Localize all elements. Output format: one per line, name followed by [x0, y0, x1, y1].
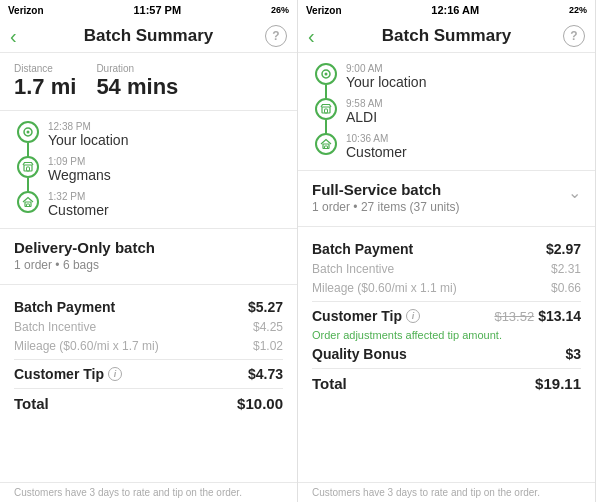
- left-timeline-time-2: 1:32 PM: [48, 191, 109, 202]
- right-timeline: 9:00 AM Your location 9:58 AM ALDI: [298, 53, 595, 171]
- left-incentive-value: $4.25: [253, 320, 283, 334]
- left-batch-payment-label: Batch Payment: [14, 299, 115, 315]
- right-quality-bonus-row: Quality Bonus $3: [312, 346, 581, 362]
- right-timeline-content-0: 9:00 AM Your location: [346, 63, 426, 90]
- left-timeline-content-0: 12:38 PM Your location: [48, 121, 128, 148]
- left-distance-label: Distance: [14, 63, 76, 74]
- right-help-button[interactable]: ?: [563, 25, 585, 47]
- right-payment-section: Batch Payment $2.97 Batch Incentive $2.3…: [298, 233, 595, 482]
- right-timeline-time-1: 9:58 AM: [346, 98, 383, 109]
- svg-point-1: [27, 131, 30, 134]
- left-duration-label: Duration: [96, 63, 178, 74]
- right-timeline-content-1: 9:58 AM ALDI: [346, 98, 383, 125]
- right-total-row: Total $19.11: [312, 375, 581, 392]
- left-batch-payment-row: Batch Payment $5.27: [14, 299, 283, 315]
- left-timeline-icon-col-2: [14, 191, 42, 213]
- right-timeline-label-0: Your location: [346, 74, 426, 90]
- right-mileage-label: Mileage ($0.60/mi x 1.1 mi): [312, 281, 457, 295]
- right-tip-label-wrap: Customer Tip i: [312, 308, 420, 324]
- right-divider-3: [312, 368, 581, 369]
- left-status-bar: Verizon 11:57 PM 26%: [0, 0, 297, 20]
- right-adjustment-note: Order adjustments affected tip amount.: [312, 329, 581, 341]
- left-footer-note: Customers have 3 days to rate and tip on…: [0, 482, 297, 502]
- right-divider-1: [298, 226, 595, 227]
- right-battery: 22%: [569, 5, 587, 15]
- svg-point-7: [325, 73, 328, 76]
- left-batch-type-title: Delivery-Only batch: [14, 239, 283, 256]
- left-divider-2: [14, 359, 283, 360]
- left-distance-value: 1.7 mi: [14, 74, 76, 100]
- left-timeline-item-1: 1:09 PM Wegmans: [14, 156, 283, 183]
- left-duration-metric: Duration 54 mins: [96, 63, 178, 100]
- right-tip-value-new: $13.14: [538, 308, 581, 324]
- left-mileage-label: Mileage ($0.60/mi x 1.7 mi): [14, 339, 159, 353]
- left-header-title: Batch Summary: [84, 26, 213, 46]
- right-timeline-time-0: 9:00 AM: [346, 63, 426, 74]
- left-total-value: $10.00: [237, 395, 283, 412]
- svg-rect-5: [27, 204, 30, 207]
- left-location-icon-0: [17, 121, 39, 143]
- right-timeline-icon-col-0: [312, 63, 340, 85]
- right-status-bar: Verizon 12:16 AM 22%: [298, 0, 595, 20]
- left-back-button[interactable]: ‹: [10, 25, 17, 48]
- left-tip-label-wrap: Customer Tip i: [14, 366, 122, 382]
- left-help-button[interactable]: ?: [265, 25, 287, 47]
- left-tip-info-icon[interactable]: i: [108, 367, 122, 381]
- left-tip-label: Customer Tip: [14, 366, 104, 382]
- right-batch-payment-row: Batch Payment $2.97: [312, 241, 581, 257]
- right-carrier: Verizon: [306, 5, 342, 16]
- right-batch-type-text: Full-Service batch 1 order • 27 items (3…: [312, 181, 460, 214]
- right-quality-bonus-value: $3: [565, 346, 581, 362]
- left-metrics-row: Distance 1.7 mi Duration 54 mins: [0, 53, 297, 111]
- right-tip-info-icon[interactable]: i: [406, 309, 420, 323]
- svg-rect-8: [322, 107, 330, 113]
- right-batch-chevron-icon[interactable]: ⌄: [568, 183, 581, 202]
- left-timeline-icon-col-0: [14, 121, 42, 143]
- right-batch-type-subtitle: 1 order • 27 items (37 units): [312, 200, 460, 214]
- left-battery: 26%: [271, 5, 289, 15]
- left-incentive-label: Batch Incentive: [14, 320, 96, 334]
- svg-rect-3: [27, 167, 30, 171]
- right-timeline-label-1: ALDI: [346, 109, 383, 125]
- left-timeline-label-2: Customer: [48, 202, 109, 218]
- right-footer-note: Customers have 3 days to rate and tip on…: [298, 482, 595, 502]
- left-duration-value: 54 mins: [96, 74, 178, 100]
- left-panel: Verizon 11:57 PM 26% ‹ Batch Summary ? D…: [0, 0, 298, 502]
- left-batch-type: Delivery-Only batch 1 order • 6 bags: [0, 229, 297, 278]
- right-timeline-item-1: 9:58 AM ALDI: [312, 98, 581, 125]
- left-batch-type-subtitle: 1 order • 6 bags: [14, 258, 283, 272]
- left-timeline-content-1: 1:09 PM Wegmans: [48, 156, 111, 183]
- left-incentive-row: Batch Incentive $4.25: [14, 320, 283, 334]
- right-store-icon-1: [315, 98, 337, 120]
- right-incentive-row: Batch Incentive $2.31: [312, 262, 581, 276]
- right-timeline-item-0: 9:00 AM Your location: [312, 63, 581, 90]
- right-tip-row: Customer Tip i $13.52 $13.14: [312, 308, 581, 324]
- right-batch-type: Full-Service batch 1 order • 27 items (3…: [298, 171, 595, 220]
- right-timeline-label-2: Customer: [346, 144, 407, 160]
- right-tip-label: Customer Tip: [312, 308, 402, 324]
- left-timeline-item-2: 1:32 PM Customer: [14, 191, 283, 218]
- right-home-icon-2: [315, 133, 337, 155]
- right-timeline-content-2: 10:36 AM Customer: [346, 133, 407, 160]
- left-time: 11:57 PM: [133, 4, 181, 16]
- left-distance-metric: Distance 1.7 mi: [14, 63, 76, 100]
- left-header: ‹ Batch Summary ?: [0, 20, 297, 53]
- right-tip-strikethrough: $13.52: [494, 309, 534, 324]
- right-mileage-value: $0.66: [551, 281, 581, 295]
- right-total-label: Total: [312, 375, 347, 392]
- right-batch-payment-label: Batch Payment: [312, 241, 413, 257]
- right-tip-values-wrap: $13.52 $13.14: [494, 308, 581, 324]
- right-header-title: Batch Summary: [382, 26, 511, 46]
- right-quality-bonus-label: Quality Bonus: [312, 346, 407, 362]
- left-timeline-label-1: Wegmans: [48, 167, 111, 183]
- right-batch-type-title: Full-Service batch: [312, 181, 460, 198]
- left-tip-value: $4.73: [248, 366, 283, 382]
- left-divider-3: [14, 388, 283, 389]
- left-timeline-label-0: Your location: [48, 132, 128, 148]
- left-payment-section: Batch Payment $5.27 Batch Incentive $4.2…: [0, 291, 297, 482]
- right-time: 12:16 AM: [431, 4, 479, 16]
- right-timeline-icon-col-2: [312, 133, 340, 155]
- right-back-button[interactable]: ‹: [308, 25, 315, 48]
- left-batch-payment-value: $5.27: [248, 299, 283, 315]
- left-mileage-value: $1.02: [253, 339, 283, 353]
